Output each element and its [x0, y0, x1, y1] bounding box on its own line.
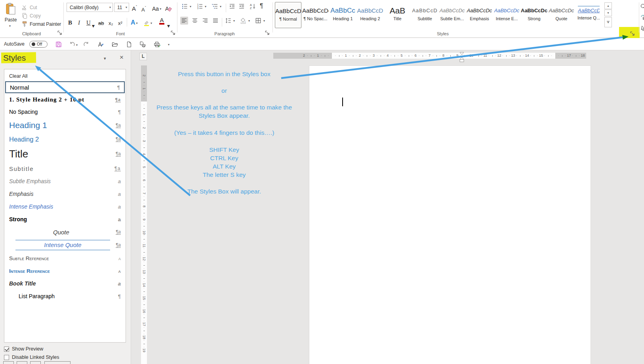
pane-options-chevron[interactable]: ▾ [104, 56, 106, 61]
new-document-icon[interactable] [126, 41, 132, 48]
bold-button[interactable]: B [68, 17, 72, 26]
style-item-subtle-emphasis[interactable]: Subtle Emphasisa [4, 175, 126, 188]
qat-customize-chevron[interactable]: ▾ [168, 43, 170, 46]
style-item-clear-all[interactable]: Clear All [4, 71, 126, 81]
style-gallery-title[interactable]: AaB Title [384, 2, 411, 28]
gallery-more-button[interactable]: ▾ [604, 17, 612, 27]
redo-icon[interactable] [83, 41, 90, 48]
style-item-intense-reference[interactable]: Intense Referencea [4, 264, 126, 277]
clear-formatting-button[interactable]: A [165, 3, 171, 12]
change-case-button[interactable]: Aa▾ [152, 3, 161, 12]
style-gallery-strong[interactable]: AaBbCcDc Strong [521, 2, 547, 28]
superscript-button[interactable]: x² [118, 17, 122, 26]
style-gallery-no-spacing[interactable]: AaBbCcDc ¶ No Spac... [302, 2, 329, 28]
undo-icon[interactable] [69, 41, 75, 48]
copy-button[interactable]: Copy [21, 13, 41, 19]
open-folder-icon[interactable] [112, 41, 118, 48]
text-effects-button[interactable]: A▾ [131, 17, 138, 26]
gallery-scroll-down-button[interactable]: ▾ [604, 10, 612, 16]
style-gallery-subtle-emphasis[interactable]: AaBbCcDc Subtle Em... [439, 2, 465, 28]
font-name-combobox[interactable]: Calibri (Body)▾ [67, 3, 113, 12]
manage-styles-button-partial[interactable] [30, 361, 41, 364]
subscript-button[interactable]: x₂ [109, 17, 113, 26]
select-icon[interactable] [640, 25, 644, 32]
style-pen-icon[interactable] [97, 41, 104, 48]
options-button-partial[interactable] [44, 361, 70, 364]
replace-icon[interactable] [640, 14, 644, 21]
align-left-button[interactable] [180, 17, 188, 25]
style-item-normal[interactable]: Normal¶ [5, 81, 125, 93]
style-item-subtle-reference[interactable]: Subtle Referencea [4, 252, 126, 264]
style-item-strong[interactable]: Stronga [4, 213, 126, 226]
gallery-scroll-up-button[interactable]: ▴ [604, 2, 612, 9]
style-gallery-heading2[interactable]: AaBbCcD Heading 2 [357, 2, 383, 28]
find-icon[interactable] [640, 3, 644, 10]
style-gallery-quote[interactable]: AaBbCcDc Quote [548, 2, 575, 28]
numbering-button[interactable]: ▾ [196, 3, 206, 10]
multilevel-list-button[interactable]: ▾ [211, 3, 221, 10]
style-gallery-intense-quote[interactable]: AaBbCcDc Intense Q... [575, 2, 602, 28]
style-item-subtitle[interactable]: Subtitle¶a [4, 162, 126, 175]
font-dialog-launcher-icon[interactable] [170, 30, 176, 36]
shrink-font-button[interactable]: Aˇ [141, 4, 146, 13]
font-color-dropdown-chevron[interactable]: ▾ [167, 20, 170, 29]
styles-dialog-launcher-icon[interactable] [630, 31, 635, 36]
style-gallery-intense-emphasis[interactable]: AaBbCcDc Intense E... [493, 2, 520, 28]
style-item-no-spacing[interactable]: No Spacing¶ [4, 106, 126, 118]
style-name: Emphasis [466, 16, 493, 21]
align-center-button[interactable] [192, 17, 198, 24]
line-spacing-button[interactable]: ▾ [225, 17, 235, 24]
sort-button[interactable] [250, 3, 256, 10]
document-page[interactable] [309, 65, 591, 364]
print-preview-icon[interactable] [139, 41, 146, 48]
style-item-quote[interactable]: Quote¶a [4, 226, 126, 238]
undo-dropdown-chevron[interactable]: ▾ [76, 43, 78, 47]
paste-button[interactable]: Paste ▾ [2, 2, 19, 34]
style-item-heading1[interactable]: Heading 1¶a [4, 118, 126, 133]
style-item-intense-quote[interactable]: Intense Quote¶a [4, 238, 126, 252]
underline-dropdown-chevron[interactable]: ▾ [92, 20, 95, 29]
show-preview-checkbox[interactable]: Show Preview [4, 346, 43, 352]
style-gallery-subtitle[interactable]: AaBbCcD Subtitle [412, 2, 438, 28]
style-item-title[interactable]: Title¶a [4, 146, 126, 162]
bullets-button[interactable]: ▾ [181, 3, 191, 10]
grow-font-button[interactable]: Aˆ [132, 3, 137, 12]
style-gallery-emphasis[interactable]: AaBbCcDc Emphasis [466, 2, 493, 28]
style-item-book-title[interactable]: Book Titlea [4, 277, 126, 290]
text-highlight-button[interactable]: ▾ [143, 17, 152, 26]
style-item-heading2[interactable]: Heading 2¶a [4, 133, 126, 146]
style-item-custom-heading[interactable]: 1. Style Heading 2 + 10 pt¶a [4, 93, 126, 106]
save-icon[interactable] [55, 41, 62, 48]
paragraph-dialog-launcher-icon[interactable] [265, 30, 270, 36]
format-painter-button[interactable]: Format Painter [21, 21, 61, 27]
autosave-toggle[interactable]: Off [29, 41, 48, 48]
increase-indent-button[interactable] [238, 3, 245, 10]
disable-linked-styles-checkbox[interactable]: Disable Linked Styles [4, 354, 59, 360]
italic-button[interactable]: I [78, 17, 80, 26]
justify-button[interactable] [212, 17, 219, 24]
tab-selector[interactable]: L [139, 53, 147, 60]
font-color-button[interactable]: A [159, 17, 164, 26]
show-paragraph-marks-button[interactable]: ¶ [260, 2, 263, 10]
paste-dropdown-chevron[interactable]: ▾ [9, 24, 11, 28]
style-gallery-heading1[interactable]: AaBbCc Heading 1 [330, 2, 356, 28]
align-right-button[interactable] [202, 17, 208, 24]
new-style-button-partial[interactable] [3, 361, 14, 364]
style-item-list-paragraph[interactable]: List Paragraph¶ [4, 290, 126, 303]
strikethrough-button[interactable]: ab [98, 17, 104, 26]
style-label: Subtle Reference [9, 255, 49, 261]
style-item-intense-emphasis[interactable]: Intense Emphasisa [4, 200, 126, 213]
style-inspector-button-partial[interactable] [17, 361, 27, 364]
style-item-emphasis[interactable]: Emphasisa [4, 188, 126, 200]
style-gallery-normal[interactable]: AaBbCcDc ¶ Normal [275, 2, 301, 28]
style-name: Subtle Em... [439, 16, 465, 21]
shading-button[interactable]: ▾ [240, 17, 250, 24]
cut-button[interactable]: Cut [21, 4, 37, 11]
indent-markers[interactable] [459, 52, 464, 63]
clipboard-dialog-launcher-icon[interactable] [57, 30, 63, 36]
decrease-indent-button[interactable] [229, 3, 235, 10]
font-size-combobox[interactable]: 11▾ [114, 3, 129, 12]
pane-close-icon[interactable]: × [120, 54, 124, 61]
borders-button[interactable]: ▾ [255, 17, 265, 24]
underline-button[interactable]: U [86, 17, 91, 26]
